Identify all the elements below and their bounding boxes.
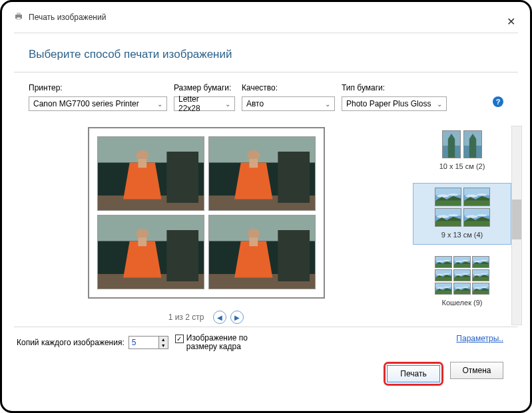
chevron-down-icon: ⌄ — [325, 100, 330, 108]
paper-size-dropdown[interactable]: Letter 22x28⌄ — [174, 96, 235, 111]
paper-type-label: Тип бумаги: — [342, 83, 447, 92]
printer-icon — [14, 11, 23, 23]
copies-up-button[interactable]: ▲ — [158, 337, 168, 343]
printer-dropdown[interactable]: Canon MG7700 series Printer⌄ — [29, 96, 167, 111]
preview-photo — [208, 215, 316, 289]
close-button[interactable]: ✕ — [507, 15, 515, 28]
svg-rect-15 — [17, 17, 21, 19]
prev-page-button[interactable]: ◀ — [213, 311, 226, 324]
layout-label: 10 x 15 см (2) — [416, 162, 508, 170]
layout-option-9x13[interactable]: 9 x 13 см (4) — [413, 183, 511, 245]
quality-dropdown[interactable]: Авто⌄ — [242, 96, 335, 111]
copies-label: Копий каждого изображения: — [17, 338, 125, 347]
paper-type-dropdown[interactable]: Photo Paper Plus Gloss⌄ — [342, 96, 447, 111]
print-button[interactable]: Печать — [387, 365, 440, 382]
layout-label: 9 x 13 см (4) — [416, 231, 508, 239]
chevron-down-icon: ⌄ — [437, 100, 442, 108]
options-link[interactable]: Параметры.. — [456, 334, 503, 343]
preview-photo — [208, 136, 316, 211]
layout-option-10x15[interactable]: 10 x 15 см (2) — [413, 126, 511, 176]
layout-label: Кошелек (9) — [416, 299, 508, 307]
copies-input[interactable] — [129, 337, 158, 348]
layouts-scrollbar[interactable] — [511, 126, 522, 325]
layout-option-wallet[interactable]: Кошелек (9) — [413, 251, 511, 313]
help-icon[interactable]: ? — [493, 96, 503, 107]
pager-text: 1 из 2 стр — [168, 313, 204, 322]
paper-size-label: Размер бумаги: — [174, 83, 235, 92]
preview-photo — [97, 215, 204, 289]
preview-photo — [97, 136, 204, 211]
page-heading: Выберите способ печати изображений — [29, 48, 503, 61]
chevron-down-icon: ⌄ — [225, 100, 230, 108]
fit-checkbox[interactable]: ✓ — [175, 335, 184, 343]
copies-down-button[interactable]: ▼ — [158, 343, 168, 348]
svg-rect-14 — [17, 13, 21, 15]
window-title: Печать изображений — [29, 13, 106, 22]
page-preview — [88, 127, 325, 299]
next-page-button[interactable]: ▶ — [230, 311, 244, 324]
cancel-button[interactable]: Отмена — [450, 362, 503, 379]
print-button-highlight: Печать — [384, 362, 443, 386]
chevron-down-icon: ⌄ — [157, 100, 162, 108]
printer-label: Принтер: — [29, 83, 167, 92]
copies-spinner[interactable]: ▲ ▼ — [129, 336, 168, 349]
quality-label: Качество: — [242, 83, 335, 92]
fit-label: Изображение по размеру кадра — [186, 334, 248, 351]
